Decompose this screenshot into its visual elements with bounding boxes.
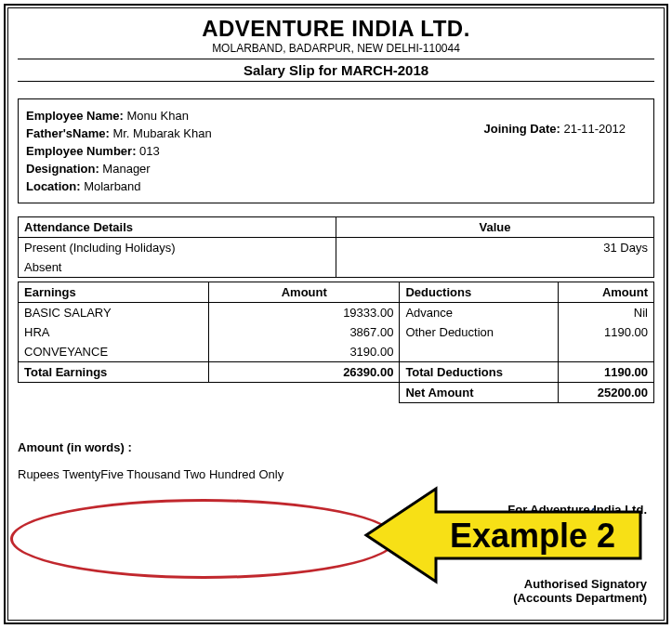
attendance-header: Attendance Details [19,217,336,238]
deductions-header: Deductions [400,282,559,303]
ded-row-amt [559,342,654,362]
attendance-table: Attendance DetailsValue Present (Includi… [18,216,654,278]
present-value: 31 Days [336,238,654,258]
father-name: Mr. Mubarak Khan [112,126,211,140]
absent-label: Absent [19,257,336,278]
earn-row-label: HRA [19,322,209,342]
words-label: Amount (in words) : [18,440,654,454]
earn-row-label: BASIC SALARY [19,303,209,323]
ded-amt-header: Amount [559,282,654,303]
father-label: Father'sName: [26,126,110,140]
total-ded-label: Total Deductions [400,362,559,383]
present-label: Present (Including Holidays) [19,238,336,258]
location-label: Location: [26,179,81,193]
earn-row-label: CONVEYANCE [19,342,209,362]
signature-icon [515,499,608,555]
emp-name: Monu Khan [126,109,189,123]
earn-row-amt: 3190.00 [209,342,400,362]
earn-row-amt: 19333.00 [209,303,400,323]
joining-label: Joining Date: [484,122,560,136]
total-ded: 1190.00 [559,362,654,383]
ded-row-label: Advance [400,303,559,323]
earn-amt-header: Amount [209,282,400,303]
total-earn: 26390.00 [209,362,400,383]
ded-row-label: Other Deduction [400,322,559,342]
absent-value [336,257,654,278]
emp-name-label: Employee Name: [26,109,124,123]
emp-num-label: Employee Number: [26,144,136,158]
signatory-line2: (Accounts Department) [513,591,647,605]
signatory-line1: Authorised Signatory [513,577,647,591]
earn-row-amt: 3867.00 [209,322,400,342]
earnings-table: Earnings Amount Deductions Amount BASIC … [18,282,654,403]
slip-title: Salary Slip for MARCH-2018 [18,59,654,82]
document-outer: ADVENTURE INDIA LTD. MOLARBAND, BADARPUR… [4,4,668,624]
company-name: ADVENTURE INDIA LTD. [18,16,654,42]
ded-row-amt: Nil [559,303,654,323]
designation: Manager [102,162,150,176]
total-earn-label: Total Earnings [19,362,209,383]
ded-row-amt: 1190.00 [559,322,654,342]
ded-row-label [400,342,559,362]
earnings-header: Earnings [19,282,209,303]
company-address: MOLARBAND, BADARPUR, NEW DELHI-110044 [18,42,654,55]
joining-date: 21-11-2012 [564,122,626,136]
words-value: Rupees TwentyFive Thousand Two Hundred O… [18,467,654,481]
amount-words-block: Amount (in words) : Rupees TwentyFive Th… [18,440,654,481]
salary-slip: ADVENTURE INDIA LTD. MOLARBAND, BADARPUR… [7,7,665,621]
signatory-block: Authorised Signatory (Accounts Departmen… [513,577,647,605]
net-amount: 25200.00 [559,383,654,403]
highlight-ellipse [10,499,397,579]
location: Molarband [84,179,140,193]
employee-block: Employee Name: Monu Khan Father'sName: M… [18,98,654,203]
net-label: Net Amount [400,383,559,403]
designation-label: Designation: [26,162,99,176]
value-header: Value [336,217,654,238]
emp-num: 013 [139,144,160,158]
